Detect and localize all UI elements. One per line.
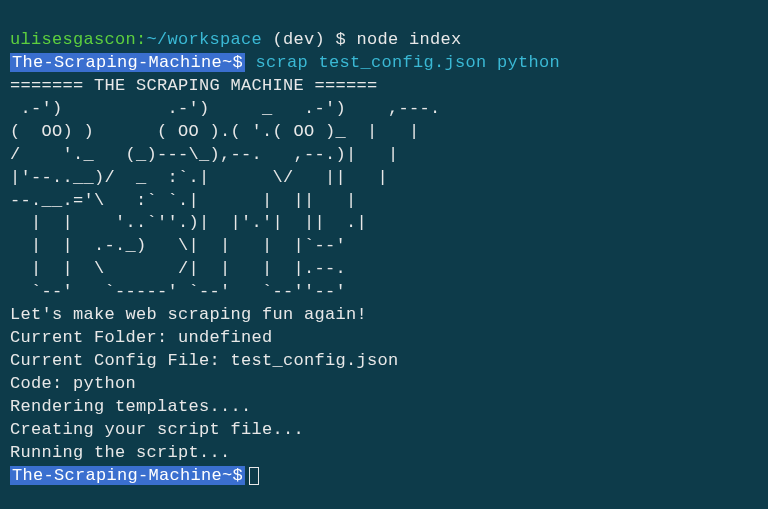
cursor-icon xyxy=(249,467,259,485)
ascii-banner-line: ( OO) ) ( OO ).( '.( OO )_ | | xyxy=(10,122,430,141)
output-code: Code: python xyxy=(10,374,136,393)
space xyxy=(245,53,256,72)
output-render: Rendering templates.... xyxy=(10,397,252,416)
ascii-banner-line: `--' `-----' `--' `--''--' xyxy=(10,282,367,301)
ascii-banner-line: .-') .-') _ .-') ,---. xyxy=(10,99,451,118)
ascii-banner-line: | | '..`''.)| |'.'| || .| xyxy=(10,213,378,232)
ascii-banner-line: --.__.='\ :` `.| | || | xyxy=(10,191,367,210)
terminal-output[interactable]: ulisesgascon:~/workspace (dev) $ node in… xyxy=(10,6,758,488)
git-branch: (dev) xyxy=(262,30,336,49)
ascii-banner-line: | | .-._) \| | | |`--' xyxy=(10,236,367,255)
output-folder: Current Folder: undefined xyxy=(10,328,273,347)
command-2: scrap test_config.json python xyxy=(256,53,561,72)
ascii-banner-line: |'--..__)/ _ :`.| \/ || | xyxy=(10,168,399,187)
colon: : xyxy=(136,30,147,49)
output-tagline: Let's make web scraping fun again! xyxy=(10,305,367,324)
output-create: Creating your script file... xyxy=(10,420,304,439)
prompt-line-2: The-Scraping-Machine~$ scrap test_config… xyxy=(10,53,560,72)
output-config: Current Config File: test_config.json xyxy=(10,351,399,370)
command-1: node index xyxy=(357,30,462,49)
inner-prompt: The-Scraping-Machine~$ xyxy=(10,53,245,72)
ascii-banner-line: ======= THE SCRAPING MACHINE ====== xyxy=(10,76,378,95)
user-name: ulisesgascon xyxy=(10,30,136,49)
ascii-banner-line: / '._ (_)---\_),--. ,--.)| | xyxy=(10,145,409,164)
dollar-sign: $ xyxy=(336,30,357,49)
working-dir: ~/workspace xyxy=(147,30,263,49)
output-run: Running the script... xyxy=(10,443,231,462)
prompt-line-1: ulisesgascon:~/workspace (dev) $ node in… xyxy=(10,30,462,49)
prompt-line-end: The-Scraping-Machine~$ xyxy=(10,466,259,485)
ascii-banner-line: | | \ /| | | |.--. xyxy=(10,259,367,278)
inner-prompt-end: The-Scraping-Machine~$ xyxy=(10,466,245,485)
